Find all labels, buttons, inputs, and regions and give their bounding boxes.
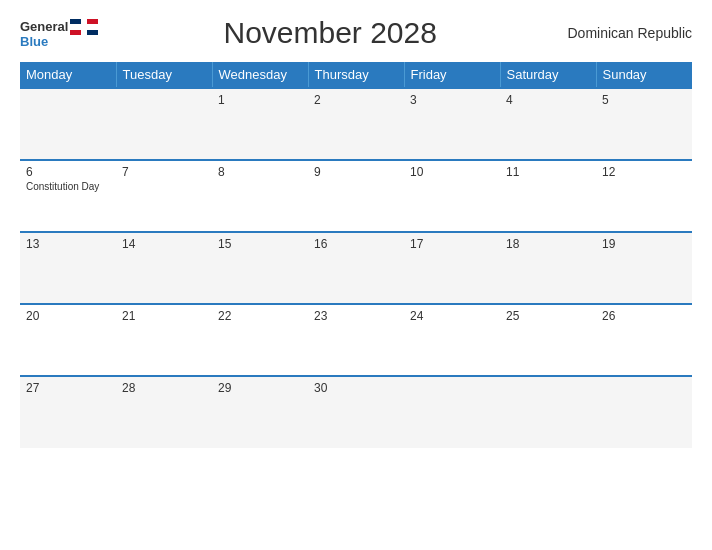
day-number: 4	[506, 93, 590, 107]
calendar-cell: 7	[116, 160, 212, 232]
calendar-cell: 6Constitution Day	[20, 160, 116, 232]
weekday-sunday: Sunday	[596, 62, 692, 88]
day-number: 7	[122, 165, 206, 179]
calendar-cell	[596, 376, 692, 448]
calendar-cell: 20	[20, 304, 116, 376]
weekday-header-row: MondayTuesdayWednesdayThursdayFridaySatu…	[20, 62, 692, 88]
day-number: 5	[602, 93, 686, 107]
day-number: 10	[410, 165, 494, 179]
calendar-cell: 8	[212, 160, 308, 232]
calendar-cell: 16	[308, 232, 404, 304]
calendar-cell: 12	[596, 160, 692, 232]
calendar-cell: 2	[308, 88, 404, 160]
day-number: 12	[602, 165, 686, 179]
day-number: 8	[218, 165, 302, 179]
day-number: 14	[122, 237, 206, 251]
month-title: November 2028	[98, 16, 562, 50]
day-number: 27	[26, 381, 110, 395]
calendar-page: General Blue November 2028 Dominican Rep…	[0, 0, 712, 550]
calendar-cell: 25	[500, 304, 596, 376]
calendar-cell: 22	[212, 304, 308, 376]
calendar-body: 123456Constitution Day789101112131415161…	[20, 88, 692, 448]
day-number: 2	[314, 93, 398, 107]
calendar-cell	[404, 376, 500, 448]
calendar-cell: 9	[308, 160, 404, 232]
calendar-cell	[20, 88, 116, 160]
day-number: 25	[506, 309, 590, 323]
header: General Blue November 2028 Dominican Rep…	[20, 16, 692, 50]
day-number: 16	[314, 237, 398, 251]
day-number: 29	[218, 381, 302, 395]
day-number: 17	[410, 237, 494, 251]
logo-blue-text: Blue	[20, 35, 48, 48]
day-number: 1	[218, 93, 302, 107]
calendar-cell: 15	[212, 232, 308, 304]
day-number: 30	[314, 381, 398, 395]
calendar-cell: 4	[500, 88, 596, 160]
calendar-table: MondayTuesdayWednesdayThursdayFridaySatu…	[20, 62, 692, 448]
weekday-thursday: Thursday	[308, 62, 404, 88]
calendar-cell: 14	[116, 232, 212, 304]
day-number: 26	[602, 309, 686, 323]
week-row-3: 13141516171819	[20, 232, 692, 304]
calendar-cell: 21	[116, 304, 212, 376]
week-row-1: 12345	[20, 88, 692, 160]
day-number: 13	[26, 237, 110, 251]
day-number: 6	[26, 165, 110, 179]
calendar-cell: 30	[308, 376, 404, 448]
calendar-cell: 10	[404, 160, 500, 232]
calendar-cell: 24	[404, 304, 500, 376]
day-number: 24	[410, 309, 494, 323]
calendar-cell: 17	[404, 232, 500, 304]
day-number: 20	[26, 309, 110, 323]
day-number: 23	[314, 309, 398, 323]
weekday-wednesday: Wednesday	[212, 62, 308, 88]
weekday-saturday: Saturday	[500, 62, 596, 88]
logo: General Blue	[20, 19, 98, 48]
calendar-cell: 11	[500, 160, 596, 232]
day-number: 11	[506, 165, 590, 179]
calendar-cell: 1	[212, 88, 308, 160]
country-label: Dominican Republic	[562, 25, 692, 41]
calendar-cell: 26	[596, 304, 692, 376]
week-row-4: 20212223242526	[20, 304, 692, 376]
calendar-cell: 29	[212, 376, 308, 448]
day-number: 28	[122, 381, 206, 395]
logo-general-text: General	[20, 20, 68, 33]
day-number: 9	[314, 165, 398, 179]
calendar-cell	[116, 88, 212, 160]
calendar-cell: 19	[596, 232, 692, 304]
day-number: 21	[122, 309, 206, 323]
day-event: Constitution Day	[26, 181, 99, 192]
weekday-tuesday: Tuesday	[116, 62, 212, 88]
svg-rect-5	[70, 24, 98, 30]
calendar-header: MondayTuesdayWednesdayThursdayFridaySatu…	[20, 62, 692, 88]
week-row-2: 6Constitution Day789101112	[20, 160, 692, 232]
day-number: 19	[602, 237, 686, 251]
weekday-friday: Friday	[404, 62, 500, 88]
day-number: 3	[410, 93, 494, 107]
calendar-cell: 27	[20, 376, 116, 448]
calendar-cell: 13	[20, 232, 116, 304]
calendar-cell: 23	[308, 304, 404, 376]
day-number: 22	[218, 309, 302, 323]
calendar-cell: 18	[500, 232, 596, 304]
logo-flag-icon	[70, 19, 98, 35]
week-row-5: 27282930	[20, 376, 692, 448]
calendar-cell: 3	[404, 88, 500, 160]
day-number: 15	[218, 237, 302, 251]
calendar-cell: 5	[596, 88, 692, 160]
calendar-cell	[500, 376, 596, 448]
day-number: 18	[506, 237, 590, 251]
calendar-cell: 28	[116, 376, 212, 448]
weekday-monday: Monday	[20, 62, 116, 88]
